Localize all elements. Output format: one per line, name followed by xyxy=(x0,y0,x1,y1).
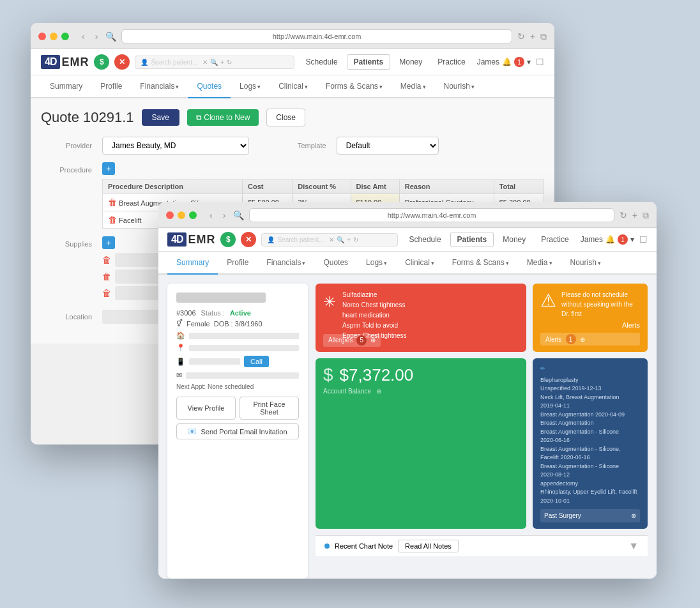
patient-search-front[interactable]: 👤 Search patient... ✕ 🔍 + ↻ xyxy=(261,233,397,247)
clear-search-icon[interactable]: ✕ xyxy=(202,59,208,66)
minimize-button-back[interactable] xyxy=(50,33,57,40)
refresh-icon[interactable]: ↻ xyxy=(227,59,232,66)
user-badge-front[interactable]: James 🔔 1 ▾ xyxy=(581,234,634,245)
address-icon: 🏠 xyxy=(176,331,185,340)
user-badge-back[interactable]: James 🔔 1 ▾ xyxy=(477,57,531,67)
address-bar-front[interactable]: http://www.main.4d-emr.com xyxy=(249,208,614,222)
maximize-button-back[interactable] xyxy=(61,33,69,40)
more-btn-back[interactable]: ⧉ xyxy=(540,31,547,42)
maximize-button-front[interactable] xyxy=(189,211,197,219)
tab-quotes-back[interactable]: Quotes xyxy=(188,75,231,98)
template-label: Template xyxy=(298,142,326,149)
close-button[interactable]: Close xyxy=(266,109,305,126)
allergy-item-3: heart medication xyxy=(342,310,407,321)
alerts-expand-icon: ⊕ xyxy=(580,336,585,343)
allergy-count: 5 xyxy=(356,335,367,346)
clone-button[interactable]: ⧉ Clone to New xyxy=(187,109,259,126)
search-magnify-icon-front[interactable]: 🔍 xyxy=(337,236,344,243)
back-nav-btn[interactable]: ‹ xyxy=(79,30,88,43)
tab-clinical-back[interactable]: Clinical▾ xyxy=(270,75,317,97)
tab-summary-front[interactable]: Summary xyxy=(167,252,218,275)
forward-nav-btn-front[interactable]: › xyxy=(220,209,229,222)
user-dropdown-icon-front[interactable]: ▾ xyxy=(630,235,634,244)
nav-money-front[interactable]: Money xyxy=(496,232,532,247)
user-dropdown-icon[interactable]: ▾ xyxy=(527,57,531,66)
add-icon[interactable]: + xyxy=(220,59,224,66)
save-button[interactable]: Save xyxy=(142,109,179,126)
balance-label-row[interactable]: Account Balance ⊕ xyxy=(323,388,519,395)
balance-amount-row: $ $7,372.00 xyxy=(323,365,519,385)
provider-label: Provider xyxy=(41,142,92,149)
nav-schedule-front[interactable]: Schedule xyxy=(403,232,448,247)
reload-btn-front[interactable]: ↻ xyxy=(620,210,627,220)
nav-patients-front[interactable]: Patients xyxy=(450,232,494,247)
nav-schedule-back[interactable]: Schedule xyxy=(300,55,344,69)
add-icon-front[interactable]: + xyxy=(347,236,351,243)
tab-media-back[interactable]: Media▾ xyxy=(392,75,435,97)
tab-logs-front[interactable]: Logs▾ xyxy=(357,252,396,273)
call-button[interactable]: Call xyxy=(244,356,269,367)
search-magnify-icon[interactable]: 🔍 xyxy=(210,59,218,66)
tab-summary-back[interactable]: Summary xyxy=(41,75,91,97)
patient-search-back[interactable]: 👤 Search patient... ✕ 🔍 + ↻ xyxy=(135,56,294,69)
surgery-item-5: Breast Augmentation 2020-04-09 xyxy=(540,411,640,420)
nav-money-back[interactable]: Money xyxy=(393,55,429,69)
view-profile-btn[interactable]: View Profile xyxy=(176,397,236,420)
clear-search-icon-front[interactable]: ✕ xyxy=(329,236,334,243)
minimize-button-front[interactable] xyxy=(178,211,185,219)
provider-select[interactable]: James Beauty, MD xyxy=(102,137,249,155)
refresh-icon-front[interactable]: ↻ xyxy=(353,236,358,243)
reload-btn-back[interactable]: ↻ xyxy=(517,31,525,42)
template-select[interactable]: Default xyxy=(337,137,439,155)
tab-quotes-front[interactable]: Quotes xyxy=(314,252,357,273)
tab-clinical-front[interactable]: Clinical▾ xyxy=(396,252,443,273)
tab-financials-back[interactable]: Financials▾ xyxy=(131,75,188,97)
allergy-badge[interactable]: Allergies 5 ⊕ xyxy=(323,334,381,347)
close-button-back[interactable] xyxy=(38,33,46,40)
surgery-label-bar[interactable]: Past Surgery ⊕ xyxy=(540,509,640,522)
tab-financials-front[interactable]: Financials▾ xyxy=(257,252,314,273)
print-face-sheet-btn[interactable]: Print Face Sheet xyxy=(240,397,299,420)
message-icon-back[interactable]: ☐ xyxy=(536,57,544,67)
del-proc-1-btn[interactable]: 🗑 xyxy=(108,197,117,208)
nav-practice-front[interactable]: Practice xyxy=(535,232,575,247)
tab-media-front[interactable]: Media▾ xyxy=(518,252,561,273)
message-icon-front[interactable]: ☐ xyxy=(639,234,648,245)
more-btn-front[interactable]: ⧉ xyxy=(643,210,649,221)
bottom-panels: $ $7,372.00 Account Balance ⊕ ✏ Blepharo… xyxy=(316,358,648,529)
del-supply-2-btn[interactable]: 🗑 xyxy=(102,271,111,282)
send-portal-btn[interactable]: 📧 Send Portal Email Invitation xyxy=(176,423,299,439)
new-tab-btn-back[interactable]: + xyxy=(530,31,535,42)
alerts-badge[interactable]: Alerts 1 ⊕ xyxy=(540,333,640,346)
tab-profile-back[interactable]: Profile xyxy=(91,75,131,97)
del-supply-1-btn[interactable]: 🗑 xyxy=(102,255,111,265)
tab-forms-front[interactable]: Forms & Scans▾ xyxy=(443,252,518,273)
surgery-panel: ✏ Blepharoplasty Unspecified 2019-12-13 … xyxy=(533,358,648,529)
del-supply-3-btn[interactable]: 🗑 xyxy=(102,288,111,298)
nav-practice-back[interactable]: Practice xyxy=(431,55,471,69)
add-procedure-btn[interactable]: + xyxy=(102,162,115,175)
tab-nourish-back[interactable]: Nourish▾ xyxy=(435,75,483,97)
del-proc-2-btn[interactable]: 🗑 xyxy=(108,215,117,225)
read-all-notes-btn[interactable]: Read All Notes xyxy=(398,540,459,552)
allergy-expand-icon: ⊕ xyxy=(370,335,376,346)
new-tab-btn-front[interactable]: + xyxy=(632,210,637,220)
add-supply-btn[interactable]: + xyxy=(102,236,115,249)
dollar-icon-front[interactable]: $ xyxy=(220,232,236,247)
address-bar-back[interactable]: http://www.main.4d-emr.com xyxy=(121,29,512,43)
address-blur xyxy=(189,333,299,339)
back-nav-btn-front[interactable]: ‹ xyxy=(207,209,215,222)
user-name-back: James xyxy=(477,57,499,66)
tab-forms-back[interactable]: Forms & Scans▾ xyxy=(317,75,392,97)
close-account-icon-front[interactable]: ✕ xyxy=(241,232,256,247)
tab-nourish-front[interactable]: Nourish▾ xyxy=(561,252,610,273)
tab-logs-back[interactable]: Logs▾ xyxy=(231,75,270,97)
nav-patients-back[interactable]: Patients xyxy=(347,54,391,70)
quote-title: Quote 10291.1 xyxy=(41,109,134,126)
close-button-front[interactable] xyxy=(166,211,174,219)
close-account-icon[interactable]: ✕ xyxy=(114,54,130,70)
phone-row: 📱 Call xyxy=(176,356,299,367)
forward-nav-btn[interactable]: › xyxy=(93,30,101,43)
dollar-icon-back[interactable]: $ xyxy=(94,54,109,70)
tab-profile-front[interactable]: Profile xyxy=(218,252,257,273)
